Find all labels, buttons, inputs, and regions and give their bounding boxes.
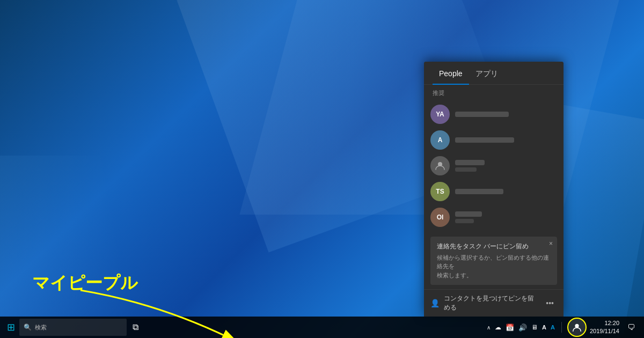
avatar: A — [430, 130, 450, 150]
avatar: YA — [430, 105, 450, 124]
input-method-icon[interactable]: A — [541, 324, 547, 330]
taskbar-separator — [561, 322, 562, 333]
list-item[interactable]: A — [424, 127, 564, 153]
contact-name-blurred — [455, 219, 474, 223]
list-item[interactable] — [424, 153, 564, 179]
people-icon — [572, 322, 582, 332]
notification-title: 連絡先をタスク バーにピン留め — [437, 242, 551, 251]
list-item[interactable]: YA — [424, 101, 564, 127]
tab-people[interactable]: People — [433, 62, 469, 84]
taskbar-people-button[interactable] — [567, 318, 587, 337]
volume-icon[interactable]: 🔊 — [517, 324, 528, 332]
annotation-container: マイピープル — [32, 271, 138, 295]
person-icon: 👤 — [430, 299, 440, 307]
svg-point-2 — [575, 324, 579, 328]
calendar-icon[interactable]: 📅 — [504, 324, 515, 332]
contact-name-blurred — [455, 160, 485, 165]
tab-apps[interactable]: アプリ — [469, 62, 504, 84]
taskbar-right: ∧ ☁ 📅 🔊 🖥 A A 12:20 2019/11/14 🗨 — [486, 318, 644, 337]
avatar: OI — [430, 208, 450, 227]
notification-body: 候補から選択するか、ピン留めする他の連絡先を検索します。 — [437, 253, 551, 280]
people-panel: People アプリ 推奨 YA A — [424, 62, 564, 317]
section-recommended: 推奨 — [424, 85, 564, 99]
avatar: TS — [430, 182, 450, 201]
notification-close-button[interactable]: × — [549, 240, 553, 247]
taskbar-clock[interactable]: 12:20 2019/11/14 — [590, 319, 619, 336]
avatar — [430, 156, 450, 175]
search-icon: 🔍 — [24, 324, 32, 331]
chevron-up-icon[interactable]: ∧ — [486, 325, 492, 330]
accessibility-icon[interactable]: A — [550, 324, 556, 330]
contact-list: YA A TS — [424, 99, 564, 232]
list-item[interactable]: OI — [424, 204, 564, 230]
notification-box: 連絡先をタスク バーにピン留め × 候補から選択するか、ピン留めする他の連絡先を… — [430, 237, 557, 285]
network-icon[interactable]: 🖥 — [530, 324, 539, 331]
contact-name-blurred — [455, 167, 477, 172]
contact-name-blurred — [455, 137, 514, 143]
contact-name-blurred — [455, 112, 509, 117]
time-display: 12:20 — [590, 319, 619, 327]
bottom-action-label: コンタクトを見つけてピンを留める — [444, 294, 538, 312]
search-placeholder: 検索 — [35, 324, 47, 332]
date-display: 2019/11/14 — [590, 327, 619, 335]
annotation-arrow — [75, 288, 247, 338]
contact-name-blurred — [455, 189, 503, 194]
panel-bottom-bar: 👤 コンタクトを見つけてピンを留める ••• — [424, 289, 564, 317]
more-options-button[interactable]: ••• — [543, 298, 557, 308]
start-button[interactable]: ⊞ — [2, 319, 19, 336]
panel-tabs: People アプリ — [424, 62, 564, 85]
list-item[interactable]: TS — [424, 179, 564, 204]
action-center-button[interactable]: 🗨 — [623, 319, 640, 336]
system-tray: ∧ ☁ 📅 🔊 🖥 A A — [486, 324, 556, 332]
cloud-icon[interactable]: ☁ — [494, 324, 502, 331]
contact-name-blurred — [455, 211, 482, 217]
